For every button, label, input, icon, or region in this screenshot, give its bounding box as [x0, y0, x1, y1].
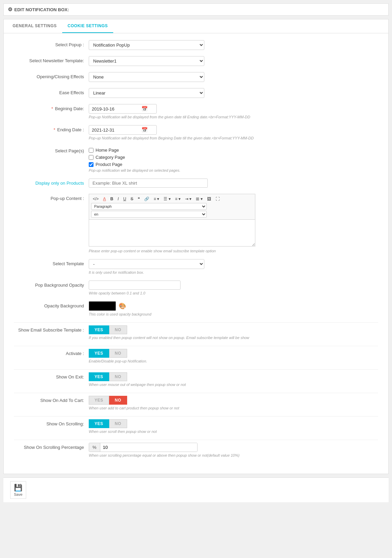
toolbar-paragraph-select[interactable]: Paragraph Heading 1: [91, 203, 207, 210]
toolbar-code-btn[interactable]: </>: [91, 196, 100, 202]
select-newsletter-row: Select Newsletter Template: Newsletter1 …: [14, 56, 378, 66]
select-popup-label: Select Popup :: [14, 40, 89, 47]
toolbar-color-btn[interactable]: A: [101, 196, 107, 202]
page-title: EDIT NOTIFICATION BOX:: [14, 7, 69, 12]
display-only-input[interactable]: [89, 179, 208, 188]
bg-opacity-hint: Write opacity between 0.1 and 1.0: [89, 291, 378, 295]
toolbar-lang-select[interactable]: en fr: [91, 211, 207, 218]
show-email-subscribe-yes-btn[interactable]: YES: [89, 325, 109, 334]
activate-yes-btn[interactable]: YES: [89, 349, 109, 358]
percentage-prefix: %: [89, 443, 100, 452]
beginning-date-input[interactable]: [92, 106, 139, 112]
popup-content-hint: Please enter pop-up content or enable sh…: [89, 249, 378, 253]
bg-opacity-input[interactable]: [89, 281, 181, 290]
beginning-date-row: * Begining Date: 📅 Pop-up Notification w…: [14, 104, 378, 119]
show-on-exit-no-btn[interactable]: NO: [109, 372, 127, 381]
show-on-scrolling-row: Show On Scrolling: YES NO When user scro…: [14, 419, 378, 434]
show-on-add-to-cart-yes-btn[interactable]: YES: [89, 396, 109, 405]
select-template-row: Select Template - Template1 Template2 It…: [14, 259, 378, 274]
ease-effects-wrap: Linear EaseIn EaseOut: [89, 88, 378, 98]
color-wrap: 🎨: [89, 301, 378, 311]
show-on-scrolling-no-btn[interactable]: NO: [109, 419, 127, 428]
product-page-label: Product Page: [96, 162, 122, 167]
show-on-scrolling-wrap: YES NO When user scroll then popup show …: [89, 419, 378, 434]
show-email-subscribe-hint: If you enabled then popup content will n…: [89, 336, 378, 340]
main-panel: GENERAL SETTINGS COOKIE SETTINGS Select …: [3, 19, 389, 474]
activate-no-btn[interactable]: NO: [109, 349, 127, 358]
category-page-checkbox[interactable]: [89, 155, 93, 160]
toolbar-italic-btn[interactable]: I: [116, 196, 120, 202]
percentage-input-wrap: %: [89, 443, 198, 452]
toolbar-list-ul-btn[interactable]: ☰ ▾: [162, 196, 172, 202]
opening-closing-field[interactable]: None Fade Slide: [89, 72, 204, 82]
select-template-wrap: - Template1 Template2 It is only used fo…: [89, 259, 378, 274]
select-popup-field[interactable]: Notification PopUp Other PopUp: [89, 40, 204, 50]
calendar-icon-end[interactable]: 📅: [141, 127, 148, 133]
show-email-subscribe-label: Show Email Subscribe Template :: [14, 325, 89, 333]
select-template-field[interactable]: - Template1 Template2: [89, 259, 204, 269]
checkbox-category: Category Page: [89, 155, 378, 160]
activate-hint: Enable/Disable pop-up Notification.: [89, 359, 378, 363]
toolbar-underline-btn[interactable]: U: [121, 196, 128, 202]
ending-date-input[interactable]: [92, 128, 139, 133]
show-on-add-to-cart-no-btn[interactable]: NO: [109, 396, 127, 405]
bg-opacity-label: Pop Background Opacity: [14, 281, 89, 288]
scrolling-percentage-input[interactable]: [100, 443, 197, 452]
show-on-add-to-cart-wrap: YES NO When user add to cart product the…: [89, 396, 378, 410]
ease-effects-field[interactable]: Linear EaseIn EaseOut: [89, 88, 204, 98]
home-page-label: Home Page: [96, 148, 119, 153]
checkbox-group: Home Page Category Page Product Page: [89, 146, 378, 167]
bottom-bar: 💾 Save: [3, 477, 389, 502]
display-only-label[interactable]: Display only on Products: [14, 181, 89, 186]
toolbar-align-btn[interactable]: ≡ ▾: [152, 196, 161, 202]
editor-toolbar: </> A B I U S ❝ 🔗 ≡ ▾ ☰ ▾ ≡ ▾ ⇥ ▾ ⊞ ▾ 🖼: [89, 194, 255, 219]
category-page-label: Category Page: [96, 155, 125, 160]
ease-effects-label: Ease Effects: [14, 88, 89, 95]
scrolling-percentage-row: Show On Scrolling Percentage % When user…: [14, 443, 378, 457]
opacity-bg-wrap: 🎨 This color is used opacity background: [89, 301, 378, 316]
checkbox-home: Home Page: [89, 148, 378, 153]
home-page-checkbox[interactable]: [89, 148, 93, 153]
tab-general-settings[interactable]: GENERAL SETTINGS: [7, 19, 62, 33]
save-button[interactable]: 💾 Save: [10, 481, 26, 499]
toolbar-strike-btn[interactable]: S: [129, 196, 135, 202]
form-area: Select Popup : Notification PopUp Other …: [4, 33, 388, 474]
select-newsletter-label: Select Newsletter Template:: [14, 56, 89, 63]
calendar-icon[interactable]: 📅: [141, 106, 148, 112]
toolbar-bold-btn[interactable]: B: [108, 196, 115, 202]
toolbar-indent-btn[interactable]: ⇥ ▾: [183, 196, 193, 202]
select-template-hint: It is only used for notification box.: [89, 270, 378, 274]
tab-cookie-settings[interactable]: COOKIE SETTINGS: [62, 19, 113, 33]
ending-date-row: * Ending Date : 📅 Pop-up Notification wi…: [14, 125, 378, 140]
popup-content-editor[interactable]: [89, 219, 255, 247]
color-picker-icon[interactable]: 🎨: [119, 302, 126, 310]
toolbar-link-btn[interactable]: 🔗: [142, 196, 151, 202]
show-email-subscribe-no-btn[interactable]: NO: [109, 325, 127, 334]
ending-date-wrap: 📅 Pop-up Notification will be displayed …: [89, 125, 378, 140]
show-on-add-to-cart-row: Show On Add To Cart: YES NO When user ad…: [14, 396, 378, 410]
beginning-date-wrap: 📅 Pop-up Notification will be displayed …: [89, 104, 378, 119]
select-newsletter-field[interactable]: Newsletter1 Newsletter2: [89, 56, 204, 66]
page-header: ⚙ EDIT NOTIFICATION BOX:: [3, 3, 389, 16]
select-template-label: Select Template: [14, 259, 89, 266]
toolbar-list-ol-btn[interactable]: ≡ ▾: [173, 196, 182, 202]
gear-icon: ⚙: [8, 6, 12, 13]
ending-date-input-wrap: 📅: [89, 125, 157, 135]
select-pages-label: Select Page(s): [14, 146, 89, 153]
beginning-date-input-wrap: 📅: [89, 104, 157, 114]
required-star-end: *: [54, 127, 55, 132]
activate-wrap: YES NO Enable/Disable pop-up Notificatio…: [89, 349, 378, 363]
toolbar-table-btn[interactable]: ⊞ ▾: [194, 196, 204, 202]
opacity-bg-swatch[interactable]: [89, 301, 116, 311]
show-on-exit-yes-btn[interactable]: YES: [89, 372, 109, 381]
product-page-checkbox[interactable]: [89, 162, 93, 167]
popup-content-label: Pop-up Content :: [14, 194, 89, 201]
toolbar-image-btn[interactable]: 🖼: [205, 196, 213, 202]
select-pages-wrap: Home Page Category Page Product Page Pop…: [89, 146, 378, 172]
select-pages-row: Select Page(s) Home Page Category Page: [14, 146, 378, 172]
show-on-scrolling-yes-btn[interactable]: YES: [89, 419, 109, 428]
display-only-row: Display only on Products: [14, 179, 378, 188]
toolbar-fullscreen-btn[interactable]: ⛶: [214, 196, 221, 202]
toolbar-quote-btn[interactable]: ❝: [136, 196, 141, 202]
beginning-date-hint: Pop-up Notification will be displayed fr…: [89, 115, 378, 119]
